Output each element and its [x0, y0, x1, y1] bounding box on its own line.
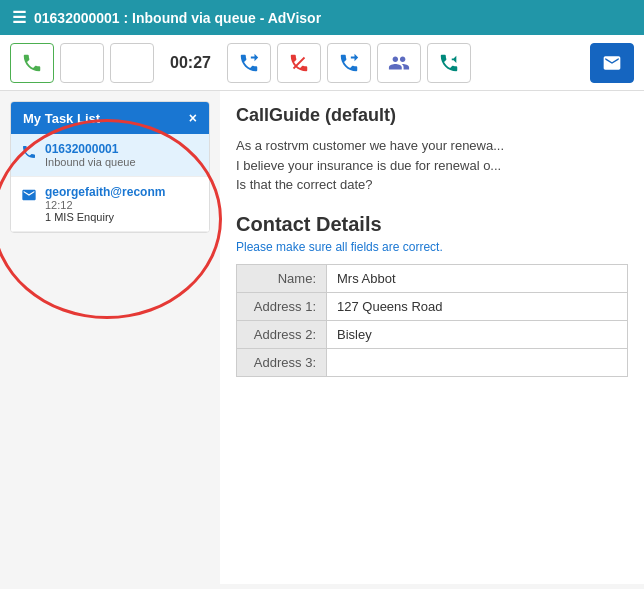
toolbar: 00:27 [0, 35, 644, 91]
task-list-title: My Task List [23, 111, 100, 126]
decline-button[interactable] [277, 43, 321, 83]
task-item-email[interactable]: georgefaith@reconm 12:12 1 MIS Enquiry [11, 177, 209, 232]
field-label-address2: Address 2: [237, 320, 327, 348]
field-label-address1: Address 1: [237, 292, 327, 320]
contact-table: Name: Mrs Abbot Address 1: 127 Queens Ro… [236, 264, 628, 377]
field-label-address3: Address 3: [237, 348, 327, 376]
call-task-number: 01632000001 [45, 142, 199, 156]
toolbar-slot-2 [110, 43, 154, 83]
header-bar: ☰ 01632000001 : Inbound via queue - AdVi… [0, 0, 644, 35]
contact-details-subtitle: Please make sure all fields are correct. [236, 240, 628, 254]
field-value-address2[interactable]: Bisley [327, 320, 628, 348]
sidebar: My Task List × 01632000001 Inbound via q… [0, 91, 220, 584]
field-label-name: Name: [237, 264, 327, 292]
hamburger-icon[interactable]: ☰ [12, 8, 26, 27]
table-row: Name: Mrs Abbot [237, 264, 628, 292]
call-task-info: 01632000001 Inbound via queue [45, 142, 199, 168]
table-row: Address 1: 127 Queens Road [237, 292, 628, 320]
hold-button[interactable] [427, 43, 471, 83]
main-content: My Task List × 01632000001 Inbound via q… [0, 91, 644, 584]
transfer-out-button[interactable] [227, 43, 271, 83]
transfer-in-button[interactable] [327, 43, 371, 83]
email-task-type: 1 MIS Enquiry [45, 211, 199, 223]
email-task-info: georgefaith@reconm 12:12 1 MIS Enquiry [45, 185, 199, 223]
call-icon [21, 142, 37, 168]
task-list-panel: My Task List × 01632000001 Inbound via q… [10, 101, 210, 233]
email-task-address: georgefaith@reconm [45, 185, 199, 199]
table-row: Address 3: [237, 348, 628, 376]
header-title: 01632000001 : Inbound via queue - AdViso… [34, 10, 321, 26]
task-list-close[interactable]: × [189, 110, 197, 126]
conference-button[interactable] [377, 43, 421, 83]
task-list-header: My Task List × [11, 102, 209, 134]
email-button[interactable] [590, 43, 634, 83]
field-value-address1[interactable]: 127 Queens Road [327, 292, 628, 320]
timer-display: 00:27 [160, 54, 221, 72]
field-value-name[interactable]: Mrs Abbot [327, 264, 628, 292]
contact-details-title: Contact Details [236, 213, 628, 236]
table-row: Address 2: Bisley [237, 320, 628, 348]
field-value-address3[interactable] [327, 348, 628, 376]
call-task-subtitle: Inbound via queue [45, 156, 199, 168]
toolbar-right [590, 43, 634, 83]
email-task-icon [21, 185, 37, 223]
email-task-time: 12:12 [45, 199, 199, 211]
callguide-title: CallGuide (default) [236, 105, 628, 126]
right-panel: CallGuide (default) As a rostrvm custome… [220, 91, 644, 584]
answer-button[interactable] [10, 43, 54, 83]
toolbar-slot-1 [60, 43, 104, 83]
callguide-text: As a rostrvm customer we have your renew… [236, 136, 628, 195]
task-item-call[interactable]: 01632000001 Inbound via queue [11, 134, 209, 177]
